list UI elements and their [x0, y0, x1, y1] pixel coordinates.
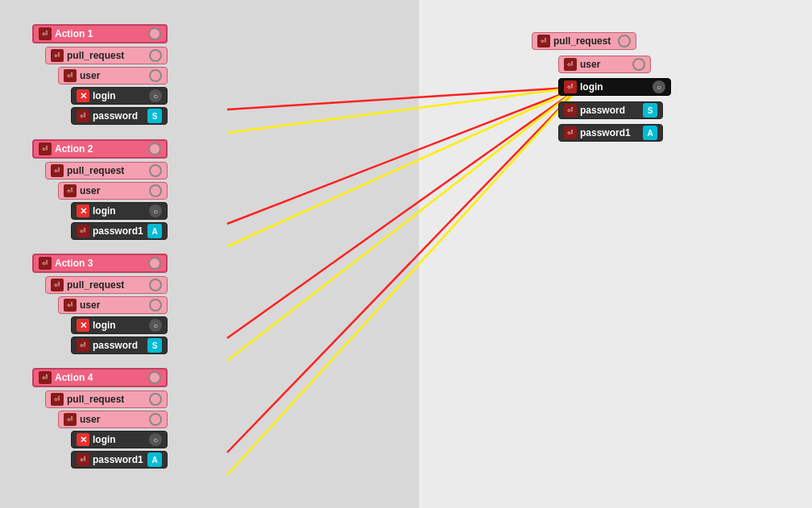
- pull-request-port2[interactable]: [149, 164, 162, 177]
- action1-port[interactable]: [148, 27, 161, 40]
- action3-label: Action 3: [55, 258, 145, 269]
- action4-login[interactable]: ✕ login ○: [71, 431, 168, 448]
- action1-icon: [39, 27, 52, 40]
- pull-request-icon2: [51, 164, 64, 177]
- password1-port-a[interactable]: A: [147, 224, 162, 238]
- pull-request-port[interactable]: [149, 49, 162, 62]
- action3-user[interactable]: user: [58, 296, 168, 314]
- action4-user[interactable]: user: [58, 411, 168, 428]
- password1-icon: [77, 225, 89, 237]
- action4-group: Action 4 pull_request user ✕ login ○ pas…: [32, 368, 168, 469]
- user-icon3: [64, 299, 77, 312]
- right-password-icon: [564, 104, 577, 117]
- right-pull-request-icon: [537, 35, 550, 47]
- right-user[interactable]: user: [558, 56, 651, 73]
- action1-user[interactable]: user: [58, 67, 168, 85]
- login-port-o3[interactable]: ○: [149, 319, 162, 332]
- action2-icon: [39, 142, 52, 155]
- action3-group: Action 3 pull_request user ✕ login ○ pas…: [32, 254, 168, 354]
- right-login-group: login ○: [558, 78, 671, 96]
- action3-login[interactable]: ✕ login ○: [71, 316, 168, 334]
- password-icon: [77, 109, 89, 122]
- login-port-o4[interactable]: ○: [149, 433, 162, 446]
- pull-request-icon3: [51, 279, 64, 291]
- action4-label: Action 4: [55, 372, 145, 383]
- user-port[interactable]: [149, 69, 162, 82]
- action1-password[interactable]: password S: [71, 107, 168, 125]
- action3-node[interactable]: Action 3: [32, 254, 168, 273]
- action4-icon: [39, 371, 52, 384]
- right-panel: [419, 0, 812, 508]
- right-login[interactable]: login ○: [558, 78, 671, 96]
- pull-request-port3[interactable]: [149, 279, 162, 291]
- right-password[interactable]: password S: [558, 101, 663, 119]
- pull-request-icon4: [51, 393, 64, 406]
- login-x-icon2: ✕: [77, 204, 89, 217]
- action1-group: Action 1 pull_request user ✕ login ○ pas…: [32, 24, 168, 125]
- user-icon4: [64, 413, 77, 426]
- action1-node[interactable]: Action 1: [32, 24, 168, 43]
- action2-node[interactable]: Action 2: [32, 139, 168, 159]
- pull-request-icon: [51, 49, 64, 62]
- action1-label: Action 1: [55, 28, 145, 39]
- login-x-icon: ✕: [77, 89, 89, 102]
- login-x-icon3: ✕: [77, 319, 89, 332]
- right-pull-request-group: pull_request: [532, 32, 636, 50]
- action3-icon: [39, 257, 52, 270]
- action3-password[interactable]: password S: [71, 337, 168, 354]
- action2-pull-request[interactable]: pull_request: [45, 162, 168, 180]
- right-password1-group: password1 A: [558, 124, 663, 142]
- user-port3[interactable]: [149, 299, 162, 312]
- action3-pull-request[interactable]: pull_request: [45, 276, 168, 294]
- action1-login[interactable]: ✕ login ○: [71, 87, 168, 105]
- action2-group: Action 2 pull_request user ✕ login ○ pas…: [32, 139, 168, 240]
- pull-request-port4[interactable]: [149, 393, 162, 406]
- login-port-o[interactable]: ○: [149, 89, 162, 102]
- password1-icon4: [77, 453, 89, 466]
- login-x-icon4: ✕: [77, 433, 89, 446]
- right-password1[interactable]: password1 A: [558, 124, 663, 142]
- password-port-s[interactable]: S: [147, 109, 162, 123]
- action2-password1[interactable]: password1 A: [71, 222, 168, 240]
- right-pull-request-port[interactable]: [618, 35, 631, 47]
- right-password-port[interactable]: S: [643, 103, 657, 118]
- action2-port[interactable]: [148, 142, 161, 155]
- action2-user[interactable]: user: [58, 182, 168, 200]
- action1-pull-request[interactable]: pull_request: [45, 47, 168, 64]
- user-port2[interactable]: [149, 184, 162, 197]
- user-icon: [64, 69, 77, 82]
- password-port-s3[interactable]: S: [147, 338, 162, 353]
- user-icon2: [64, 184, 77, 197]
- right-user-group: user: [558, 56, 651, 73]
- action3-port[interactable]: [148, 257, 161, 270]
- right-pull-request[interactable]: pull_request: [532, 32, 636, 50]
- password-icon3: [77, 339, 89, 352]
- action2-login[interactable]: ✕ login ○: [71, 202, 168, 220]
- right-password1-icon: [564, 126, 577, 139]
- password1-port-a4[interactable]: A: [147, 452, 162, 467]
- right-password-group: password S: [558, 101, 663, 119]
- right-login-port[interactable]: ○: [652, 81, 665, 93]
- user-port4[interactable]: [149, 413, 162, 426]
- action4-port[interactable]: [148, 371, 161, 384]
- right-user-port[interactable]: [632, 58, 645, 71]
- login-port-o2[interactable]: ○: [149, 204, 162, 217]
- right-password1-port[interactable]: A: [643, 126, 657, 140]
- action4-password1[interactable]: password1 A: [71, 451, 168, 469]
- action4-node[interactable]: Action 4: [32, 368, 168, 387]
- action4-pull-request[interactable]: pull_request: [45, 390, 168, 408]
- right-login-icon: [564, 81, 577, 93]
- action2-label: Action 2: [55, 143, 145, 155]
- right-user-icon: [564, 58, 577, 71]
